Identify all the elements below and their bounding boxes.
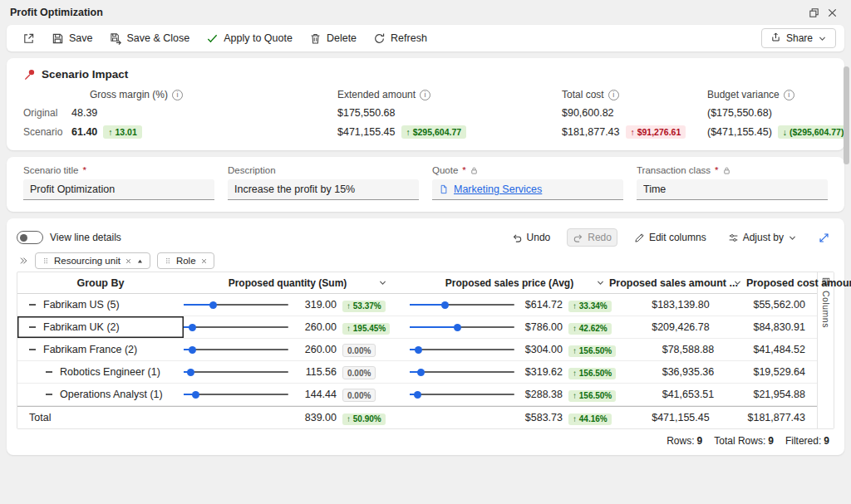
drag-handle-icon[interactable]	[164, 257, 172, 265]
save-and-close-button[interactable]: Save & Close	[102, 29, 198, 48]
close-icon[interactable]	[823, 3, 841, 22]
price-slider[interactable]	[410, 322, 514, 332]
scenario-row-label: Scenario	[23, 126, 71, 138]
price-slider[interactable]	[410, 367, 514, 377]
expand-icon	[819, 232, 829, 243]
lines-table: Group By Proposed quantity (Sum) Propose…	[17, 272, 834, 429]
remove-group-icon[interactable]	[125, 257, 132, 265]
table-row[interactable]: Fabrikam US (5) 319.00 ↑ 53.37% $614.72 …	[17, 294, 817, 316]
collapse-row-icon[interactable]	[46, 394, 52, 395]
group-name: Fabrikam US (5)	[43, 299, 120, 311]
total-label: Total	[29, 412, 51, 423]
chevron-down-icon[interactable]	[596, 278, 605, 287]
collapse-row-icon[interactable]	[29, 349, 36, 350]
undo-icon	[512, 232, 523, 243]
collapse-row-icon[interactable]	[46, 371, 52, 373]
expand-grid-button[interactable]	[814, 230, 834, 246]
header-proposed-sales-amount[interactable]: Proposed sales amount ...	[609, 272, 746, 293]
chevron-down-icon	[818, 34, 827, 43]
page-scrollbar[interactable]	[844, 60, 849, 496]
transaction-class-input[interactable]	[637, 179, 828, 200]
sort-ascending-icon[interactable]	[136, 257, 144, 265]
refresh-button[interactable]: Refresh	[366, 29, 435, 48]
total-cost-header: Total cost	[562, 89, 604, 100]
restore-window-icon[interactable]	[804, 3, 823, 22]
price-delta-badge: ↑ 33.34%	[568, 301, 612, 312]
info-icon[interactable]	[172, 90, 183, 100]
remove-group-icon[interactable]	[200, 257, 208, 265]
table-row[interactable]: Fabrikam France (2) 260.00 0.00% $304.00…	[17, 339, 817, 361]
save-button[interactable]: Save	[44, 29, 101, 48]
table-row[interactable]: Operations Analyst (1) 144.44 0.00% $288…	[17, 384, 817, 406]
group-chip-role[interactable]: Role	[157, 252, 214, 269]
popout-button[interactable]	[15, 29, 42, 48]
delete-button[interactable]: Delete	[302, 29, 364, 48]
chevron-down-icon[interactable]	[733, 278, 742, 287]
price-slider[interactable]	[410, 389, 514, 399]
sales-amount-value: $209,426.78	[612, 321, 718, 333]
document-icon	[439, 184, 449, 194]
original-budget-variance: ($175,550.68)	[674, 107, 849, 119]
trash-icon	[309, 32, 322, 45]
columns-panel-tab[interactable]: Columns	[817, 272, 834, 428]
redo-button[interactable]: Redo	[567, 228, 617, 247]
info-icon[interactable]	[420, 90, 430, 100]
quantity-slider[interactable]	[184, 367, 288, 377]
scrollbar-thumb[interactable]	[844, 66, 849, 164]
quote-link[interactable]: Marketing Services	[454, 183, 542, 195]
scenario-gross-margin: 61.40	[71, 126, 97, 138]
scenario-title-label: Scenario title	[23, 165, 78, 175]
scenario-impact-section: Scenario Impact Gross margin (%) Extende…	[7, 58, 844, 150]
price-slider[interactable]	[410, 345, 514, 355]
adjust-by-button[interactable]: Adjust by	[723, 229, 802, 246]
chevron-down-icon	[788, 233, 797, 242]
price-delta-badge: ↑ 156.50%	[568, 368, 616, 379]
scenario-title-input[interactable]	[23, 179, 214, 200]
filtered-label: Filtered:	[785, 435, 821, 447]
group-chip-resourcing-unit[interactable]: Resourcing unit	[35, 252, 150, 269]
description-label: Description	[228, 165, 276, 175]
total-rows-count: 9	[768, 435, 774, 447]
description-input[interactable]	[228, 179, 419, 200]
quantity-slider[interactable]	[184, 345, 288, 355]
filtered-count: 9	[824, 435, 829, 447]
collapse-groups-icon[interactable]	[18, 256, 28, 266]
quantity-slider[interactable]	[184, 300, 288, 310]
save-icon	[52, 32, 64, 45]
drag-handle-icon[interactable]	[42, 257, 50, 265]
quantity-delta-badge: 0.00%	[342, 389, 376, 402]
chevron-down-icon[interactable]	[378, 278, 387, 287]
edit-columns-button[interactable]: Edit columns	[629, 229, 711, 246]
quantity-slider[interactable]	[184, 389, 288, 399]
price-slider[interactable]	[410, 300, 514, 310]
selected-group-cell[interactable]: Fabrikam UK (2)	[17, 316, 184, 338]
group-name: Fabrikam France (2)	[43, 344, 137, 355]
extended-amount-header: Extended amount	[337, 89, 416, 100]
header-proposed-sales-price[interactable]: Proposed sales price (Avg)	[391, 272, 609, 293]
quantity-value: 319.00	[288, 299, 337, 311]
share-button[interactable]: Share	[761, 28, 836, 48]
header-group-by[interactable]: Group By	[17, 272, 184, 293]
sales-amount-value: $41,653.51	[616, 389, 722, 400]
table-header-row: Group By Proposed quantity (Sum) Propose…	[17, 272, 817, 294]
columns-panel-label: Columns	[821, 291, 831, 328]
collapse-row-icon[interactable]	[29, 304, 36, 306]
quote-label: Quote	[432, 165, 458, 175]
price-delta-badge: ↑ 156.50%	[568, 345, 616, 357]
table-row[interactable]: Robotics Engineer (1) 115.56 0.00% $319.…	[17, 361, 817, 384]
quantity-slider[interactable]	[184, 322, 288, 332]
grid-footer: Rows:9 Total Rows:9 Filtered:9	[17, 429, 834, 448]
cost-amount-value: $19,529.64	[722, 366, 817, 378]
collapse-row-icon[interactable]	[29, 326, 36, 328]
header-proposed-cost-amount[interactable]: Proposed cost amount...	[746, 272, 851, 293]
undo-button[interactable]: Undo	[507, 229, 556, 246]
info-icon[interactable]	[608, 90, 619, 100]
info-icon[interactable]	[784, 90, 794, 100]
table-row[interactable]: Fabrikam UK (2) 260.00 ↑ 195.45% $786.00…	[17, 316, 817, 339]
price-delta-badge: ↑ 42.62%	[568, 323, 612, 335]
header-proposed-quantity[interactable]: Proposed quantity (Sum)	[184, 272, 391, 293]
sales-amount-value: $183,139.80	[612, 299, 718, 311]
view-line-details-toggle[interactable]	[17, 231, 43, 244]
sales-amount-value: $36,935.36	[616, 366, 722, 378]
apply-to-quote-button[interactable]: Apply to Quote	[199, 29, 300, 48]
